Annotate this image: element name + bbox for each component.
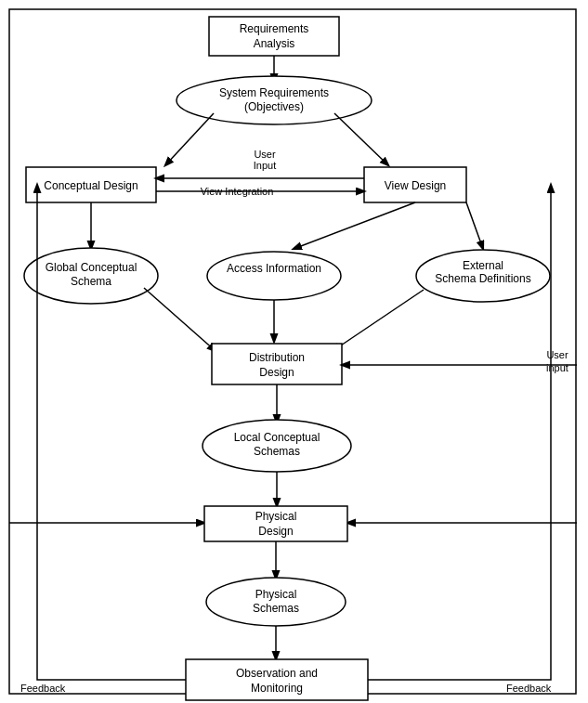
flowchart-svg: Requirements Analysis System Requirement… — [0, 0, 588, 703]
svg-line-30 — [144, 288, 216, 351]
svg-text:External: External — [463, 259, 503, 272]
svg-text:(Objectives): (Objectives) — [244, 100, 304, 113]
svg-text:Local Conceptual: Local Conceptual — [234, 431, 320, 444]
svg-text:Physical: Physical — [255, 510, 297, 523]
svg-text:Physical: Physical — [255, 588, 297, 601]
svg-text:Schemas: Schemas — [254, 445, 300, 458]
svg-line-23 — [294, 202, 415, 249]
svg-text:Schema: Schema — [71, 275, 111, 288]
svg-text:input: input — [546, 362, 568, 373]
svg-text:System Requirements: System Requirements — [219, 86, 329, 99]
svg-text:View Design: View Design — [385, 179, 446, 192]
svg-point-24 — [207, 252, 341, 300]
svg-line-32 — [333, 290, 424, 351]
svg-text:Observation and: Observation and — [236, 667, 318, 680]
svg-line-9 — [334, 113, 388, 165]
svg-line-26 — [466, 202, 483, 249]
svg-text:Design: Design — [259, 366, 294, 379]
svg-text:Conceptual Design: Conceptual Design — [44, 179, 137, 192]
svg-text:Requirements: Requirements — [240, 22, 309, 35]
svg-text:Access Information: Access Information — [227, 262, 321, 275]
svg-text:Input: Input — [254, 160, 276, 171]
svg-text:Schema Definitions: Schema Definitions — [435, 272, 530, 285]
svg-text:Feedback: Feedback — [20, 683, 66, 694]
svg-text:User: User — [254, 149, 276, 160]
svg-text:Analysis: Analysis — [254, 37, 295, 50]
svg-text:Distribution: Distribution — [249, 351, 305, 364]
svg-line-8 — [165, 113, 214, 165]
flowchart-diagram: Requirements Analysis System Requirement… — [0, 0, 588, 703]
svg-text:Global Conceptual: Global Conceptual — [46, 261, 137, 274]
svg-text:Monitoring: Monitoring — [251, 682, 303, 695]
svg-text:User: User — [546, 349, 568, 360]
svg-text:Feedback: Feedback — [506, 683, 552, 694]
svg-text:Schemas: Schemas — [253, 602, 299, 615]
svg-text:Design: Design — [258, 525, 293, 538]
